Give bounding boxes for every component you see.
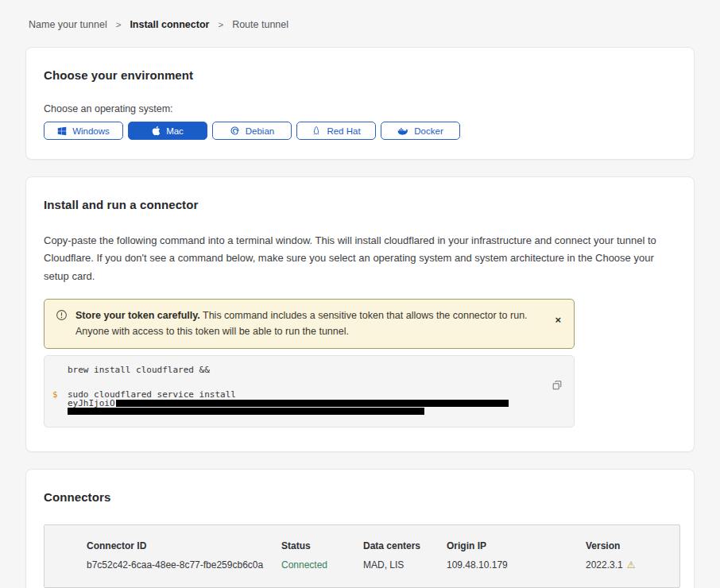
terminal-command-block: brew install cloudflared && $sudo cloudf… <box>44 355 575 427</box>
os-button-docker[interactable]: Docker <box>381 122 460 140</box>
os-button-label: Mac <box>166 126 184 136</box>
install-connector-card: Install and run a connector Copy-paste t… <box>25 176 695 452</box>
debian-icon <box>230 126 240 136</box>
install-connector-title: Install and run a connector <box>44 198 676 211</box>
os-button-label: Red Hat <box>327 126 360 136</box>
token-prefix: eyJhIjoiO <box>68 400 115 408</box>
token-warning-banner: Store your token carefully. This command… <box>44 299 575 349</box>
breadcrumb-separator: > <box>218 20 223 29</box>
origin-ip-value: 109.48.10.179 <box>447 559 586 571</box>
os-button-redhat[interactable]: Red Hat <box>296 122 376 140</box>
os-select-label: Choose an operating system: <box>44 103 676 114</box>
docker-icon <box>397 126 408 136</box>
terminal-line-brew: brew install cloudflared && <box>68 366 210 375</box>
breadcrumb: Name your tunnel > Install connector > R… <box>25 0 695 30</box>
version-warning-icon[interactable]: ⚠ <box>627 560 636 570</box>
breadcrumb-step-install-connector[interactable]: Install connector <box>130 19 209 30</box>
os-button-label: Docker <box>414 126 443 136</box>
install-instructions: Copy-paste the following command into a … <box>44 232 676 285</box>
terminal-prompt: $ <box>51 391 68 400</box>
col-data-centers: Data centers <box>363 540 447 551</box>
tunnel-setup-page: Name your tunnel > Install connector > R… <box>0 0 720 588</box>
os-button-group: Windows Mac Debian Red Hat <box>44 122 676 140</box>
connectors-title: Connectors <box>44 490 676 504</box>
col-origin-ip: Origin IP <box>447 540 586 551</box>
choose-environment-title: Choose your environment <box>44 68 676 82</box>
copy-icon[interactable] <box>550 378 564 395</box>
data-centers-value: MAD, LIS <box>363 559 447 571</box>
breadcrumb-separator: > <box>116 20 122 29</box>
token-warning-text: Store your token carefully. This command… <box>75 308 555 340</box>
col-connector-id: Connector ID <box>87 540 281 551</box>
connectors-table: Connector ID Status Data centers Origin … <box>44 524 680 588</box>
breadcrumb-step-route-tunnel[interactable]: Route tunnel <box>232 19 288 30</box>
connector-id-value: b7c52c42-6caa-48ee-8c77-fbe259cb6c0a <box>87 559 281 571</box>
alert-circle-icon <box>56 309 68 324</box>
apple-icon <box>152 126 161 136</box>
os-button-label: Debian <box>246 126 274 136</box>
redhat-icon <box>312 126 321 136</box>
connectors-card: Connectors Connector ID Status Data cent… <box>25 469 695 588</box>
col-version: Version <box>586 540 679 551</box>
status-badge: Connected <box>281 559 363 571</box>
windows-icon <box>57 126 67 136</box>
token-warning-title: Store your token carefully. <box>75 310 200 321</box>
col-status: Status <box>281 540 363 551</box>
os-button-label: Windows <box>72 126 110 136</box>
table-row: b7c52c42-6caa-48ee-8c77-fbe259cb6c0a Con… <box>87 559 679 571</box>
redacted-token-bar <box>68 408 424 415</box>
os-button-mac[interactable]: Mac <box>128 122 207 140</box>
redacted-token-bar <box>116 400 509 407</box>
version-number: 2022.3.1 <box>586 559 623 571</box>
close-icon[interactable]: × <box>555 308 564 325</box>
breadcrumb-step-name-your-tunnel[interactable]: Name your tunnel <box>29 19 107 30</box>
os-button-windows[interactable]: Windows <box>44 122 123 140</box>
os-button-debian[interactable]: Debian <box>212 122 292 140</box>
version-value: 2022.3.1 ⚠ <box>586 559 679 571</box>
choose-environment-card: Choose your environment Choose an operat… <box>25 47 695 160</box>
connectors-table-header: Connector ID Status Data centers Origin … <box>87 540 679 551</box>
